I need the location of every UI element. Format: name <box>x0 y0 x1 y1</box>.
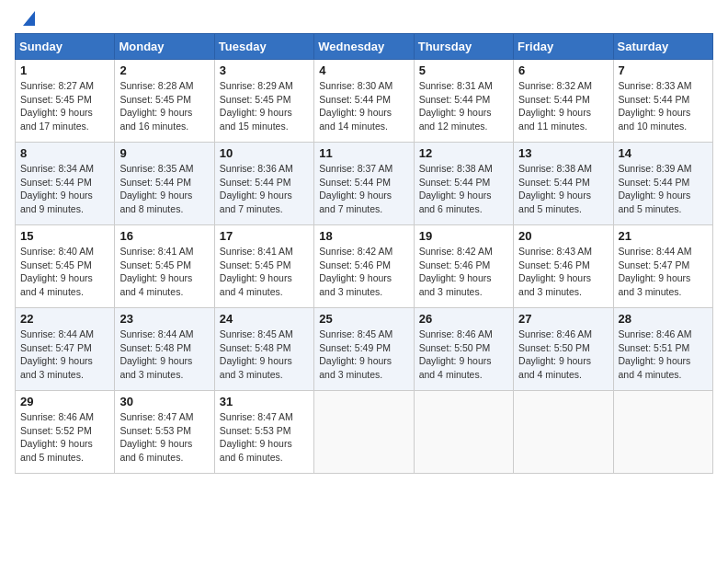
day-number: 14 <box>619 146 708 160</box>
day-info: Sunrise: 8:36 AM Sunset: 5:44 PM Dayligh… <box>220 163 293 214</box>
calendar-week-row: 29 Sunrise: 8:46 AM Sunset: 5:52 PM Dayl… <box>16 391 713 474</box>
calendar-cell: 14 Sunrise: 8:39 AM Sunset: 5:44 PM Dayl… <box>613 143 712 225</box>
calendar-cell: 7 Sunrise: 8:33 AM Sunset: 5:44 PM Dayli… <box>613 60 712 143</box>
day-number: 16 <box>119 229 209 243</box>
calendar-cell: 6 Sunrise: 8:32 AM Sunset: 5:44 PM Dayli… <box>514 60 613 143</box>
day-info: Sunrise: 8:44 AM Sunset: 5:48 PM Dayligh… <box>119 328 193 380</box>
day-number: 29 <box>20 395 109 408</box>
day-number: 21 <box>619 229 708 243</box>
calendar-cell: 21 Sunrise: 8:44 AM Sunset: 5:47 PM Dayl… <box>613 225 712 308</box>
day-info: Sunrise: 8:32 AM Sunset: 5:44 PM Dayligh… <box>518 80 592 132</box>
calendar-cell: 12 Sunrise: 8:38 AM Sunset: 5:44 PM Dayl… <box>414 143 513 225</box>
calendar-cell: 9 Sunrise: 8:35 AM Sunset: 5:44 PM Dayli… <box>115 143 214 225</box>
day-number: 22 <box>20 312 109 326</box>
calendar-cell: 5 Sunrise: 8:31 AM Sunset: 5:44 PM Dayli… <box>414 60 513 143</box>
calendar-week-row: 22 Sunrise: 8:44 AM Sunset: 5:47 PM Dayl… <box>16 308 713 391</box>
day-info: Sunrise: 8:41 AM Sunset: 5:45 PM Dayligh… <box>220 246 293 297</box>
calendar-cell <box>414 391 513 474</box>
calendar-cell: 22 Sunrise: 8:44 AM Sunset: 5:47 PM Dayl… <box>16 308 115 391</box>
day-info: Sunrise: 8:38 AM Sunset: 5:44 PM Dayligh… <box>419 163 493 214</box>
day-info: Sunrise: 8:47 AM Sunset: 5:53 PM Dayligh… <box>119 411 193 463</box>
day-info: Sunrise: 8:46 AM Sunset: 5:50 PM Dayligh… <box>419 328 493 380</box>
svg-marker-0 <box>23 11 35 26</box>
day-number: 8 <box>20 146 109 160</box>
col-header-monday: Monday <box>115 34 214 60</box>
day-number: 6 <box>518 63 608 77</box>
day-number: 30 <box>119 395 209 408</box>
day-info: Sunrise: 8:43 AM Sunset: 5:46 PM Dayligh… <box>518 246 592 297</box>
day-info: Sunrise: 8:34 AM Sunset: 5:44 PM Dayligh… <box>20 163 94 214</box>
day-number: 9 <box>119 146 209 160</box>
calendar-cell: 2 Sunrise: 8:28 AM Sunset: 5:45 PM Dayli… <box>115 60 214 143</box>
day-info: Sunrise: 8:41 AM Sunset: 5:45 PM Dayligh… <box>119 246 193 297</box>
calendar-week-row: 15 Sunrise: 8:40 AM Sunset: 5:45 PM Dayl… <box>16 225 713 308</box>
calendar-cell: 16 Sunrise: 8:41 AM Sunset: 5:45 PM Dayl… <box>115 225 214 308</box>
calendar-week-row: 8 Sunrise: 8:34 AM Sunset: 5:44 PM Dayli… <box>16 143 713 225</box>
calendar-cell: 17 Sunrise: 8:41 AM Sunset: 5:45 PM Dayl… <box>214 225 313 308</box>
day-number: 4 <box>319 63 408 77</box>
logo <box>15 15 35 26</box>
calendar-table: SundayMondayTuesdayWednesdayThursdayFrid… <box>15 33 713 474</box>
calendar-cell: 25 Sunrise: 8:45 AM Sunset: 5:49 PM Dayl… <box>314 308 414 391</box>
day-info: Sunrise: 8:44 AM Sunset: 5:47 PM Dayligh… <box>619 246 692 297</box>
calendar-cell: 10 Sunrise: 8:36 AM Sunset: 5:44 PM Dayl… <box>214 143 313 225</box>
day-number: 27 <box>518 312 608 326</box>
calendar-cell: 3 Sunrise: 8:29 AM Sunset: 5:45 PM Dayli… <box>214 60 313 143</box>
calendar-cell <box>314 391 414 474</box>
day-number: 13 <box>518 146 608 160</box>
calendar-cell: 26 Sunrise: 8:46 AM Sunset: 5:50 PM Dayl… <box>414 308 513 391</box>
day-number: 17 <box>220 229 309 243</box>
calendar-cell: 27 Sunrise: 8:46 AM Sunset: 5:50 PM Dayl… <box>514 308 613 391</box>
col-header-saturday: Saturday <box>613 34 712 60</box>
day-info: Sunrise: 8:30 AM Sunset: 5:44 PM Dayligh… <box>319 80 392 132</box>
day-info: Sunrise: 8:45 AM Sunset: 5:49 PM Dayligh… <box>319 328 392 380</box>
col-header-thursday: Thursday <box>414 34 513 60</box>
day-info: Sunrise: 8:37 AM Sunset: 5:44 PM Dayligh… <box>319 163 392 214</box>
logo-arrow-icon <box>18 11 35 26</box>
day-info: Sunrise: 8:39 AM Sunset: 5:44 PM Dayligh… <box>619 163 692 214</box>
day-number: 18 <box>319 229 408 243</box>
col-header-sunday: Sunday <box>16 34 115 60</box>
day-number: 23 <box>119 312 209 326</box>
calendar-cell: 15 Sunrise: 8:40 AM Sunset: 5:45 PM Dayl… <box>16 225 115 308</box>
day-info: Sunrise: 8:31 AM Sunset: 5:44 PM Dayligh… <box>419 80 493 132</box>
calendar-cell: 20 Sunrise: 8:43 AM Sunset: 5:46 PM Dayl… <box>514 225 613 308</box>
calendar-cell: 18 Sunrise: 8:42 AM Sunset: 5:46 PM Dayl… <box>314 225 414 308</box>
day-number: 25 <box>319 312 408 326</box>
day-info: Sunrise: 8:38 AM Sunset: 5:44 PM Dayligh… <box>518 163 592 214</box>
day-number: 7 <box>619 63 708 77</box>
day-number: 3 <box>220 63 309 77</box>
day-info: Sunrise: 8:46 AM Sunset: 5:52 PM Dayligh… <box>20 411 94 463</box>
day-info: Sunrise: 8:40 AM Sunset: 5:45 PM Dayligh… <box>20 246 94 297</box>
day-number: 5 <box>419 63 508 77</box>
day-number: 15 <box>20 229 109 243</box>
calendar-cell: 19 Sunrise: 8:42 AM Sunset: 5:46 PM Dayl… <box>414 225 513 308</box>
calendar-cell: 23 Sunrise: 8:44 AM Sunset: 5:48 PM Dayl… <box>115 308 214 391</box>
day-number: 28 <box>619 312 708 326</box>
calendar-cell: 4 Sunrise: 8:30 AM Sunset: 5:44 PM Dayli… <box>314 60 414 143</box>
day-number: 24 <box>220 312 309 326</box>
calendar-cell: 13 Sunrise: 8:38 AM Sunset: 5:44 PM Dayl… <box>514 143 613 225</box>
calendar-cell: 31 Sunrise: 8:47 AM Sunset: 5:53 PM Dayl… <box>214 391 313 474</box>
day-number: 20 <box>518 229 608 243</box>
day-info: Sunrise: 8:28 AM Sunset: 5:45 PM Dayligh… <box>119 80 193 132</box>
calendar-cell: 1 Sunrise: 8:27 AM Sunset: 5:45 PM Dayli… <box>16 60 115 143</box>
day-number: 11 <box>319 146 408 160</box>
day-info: Sunrise: 8:33 AM Sunset: 5:44 PM Dayligh… <box>619 80 692 132</box>
calendar-cell: 24 Sunrise: 8:45 AM Sunset: 5:48 PM Dayl… <box>214 308 313 391</box>
day-info: Sunrise: 8:44 AM Sunset: 5:47 PM Dayligh… <box>20 328 94 380</box>
col-header-friday: Friday <box>514 34 613 60</box>
day-number: 26 <box>419 312 508 326</box>
day-number: 19 <box>419 229 508 243</box>
calendar-cell <box>514 391 613 474</box>
day-info: Sunrise: 8:45 AM Sunset: 5:48 PM Dayligh… <box>220 328 293 380</box>
day-info: Sunrise: 8:46 AM Sunset: 5:50 PM Dayligh… <box>518 328 592 380</box>
calendar-header-row: SundayMondayTuesdayWednesdayThursdayFrid… <box>16 34 713 60</box>
calendar-cell: 28 Sunrise: 8:46 AM Sunset: 5:51 PM Dayl… <box>613 308 712 391</box>
day-info: Sunrise: 8:29 AM Sunset: 5:45 PM Dayligh… <box>220 80 293 132</box>
day-number: 1 <box>20 63 109 77</box>
calendar-cell <box>613 391 712 474</box>
day-info: Sunrise: 8:42 AM Sunset: 5:46 PM Dayligh… <box>419 246 493 297</box>
calendar-cell: 30 Sunrise: 8:47 AM Sunset: 5:53 PM Dayl… <box>115 391 214 474</box>
page-header <box>15 15 713 26</box>
